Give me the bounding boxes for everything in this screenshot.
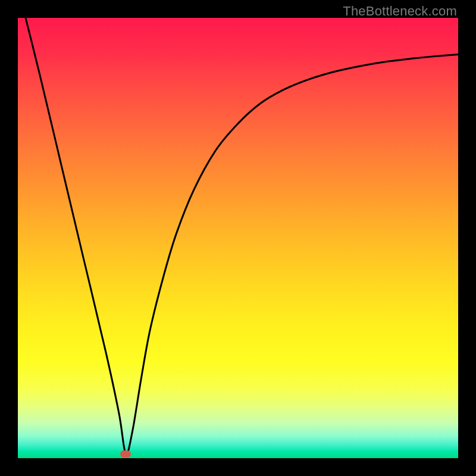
plot-area bbox=[18, 18, 458, 458]
bottleneck-curve bbox=[18, 18, 458, 458]
watermark-text: TheBottleneck.com bbox=[343, 4, 457, 19]
minimum-marker bbox=[120, 450, 131, 458]
chart-frame: TheBottleneck.com bbox=[0, 0, 476, 476]
